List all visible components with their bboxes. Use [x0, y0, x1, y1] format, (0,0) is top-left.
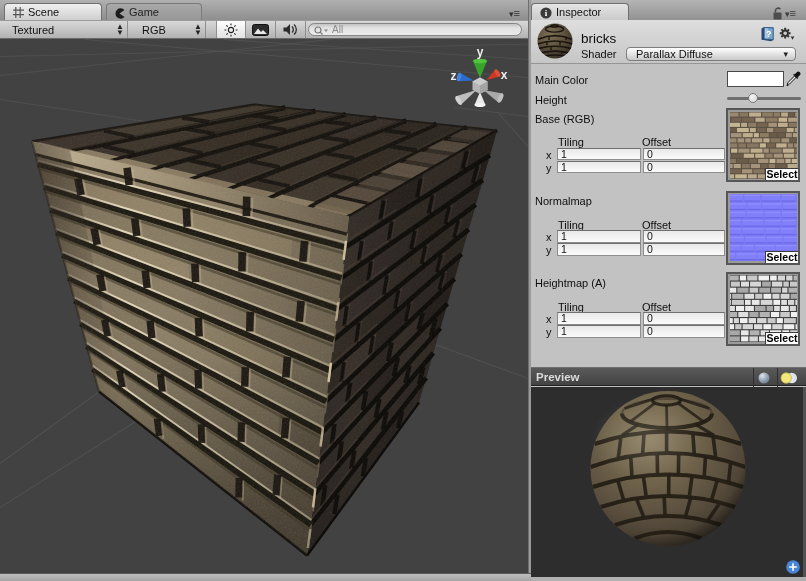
svg-text:?: ? [766, 28, 772, 38]
svg-text:z: z [451, 69, 457, 83]
svg-text:y: y [477, 45, 484, 59]
svg-text:x: x [501, 68, 508, 82]
